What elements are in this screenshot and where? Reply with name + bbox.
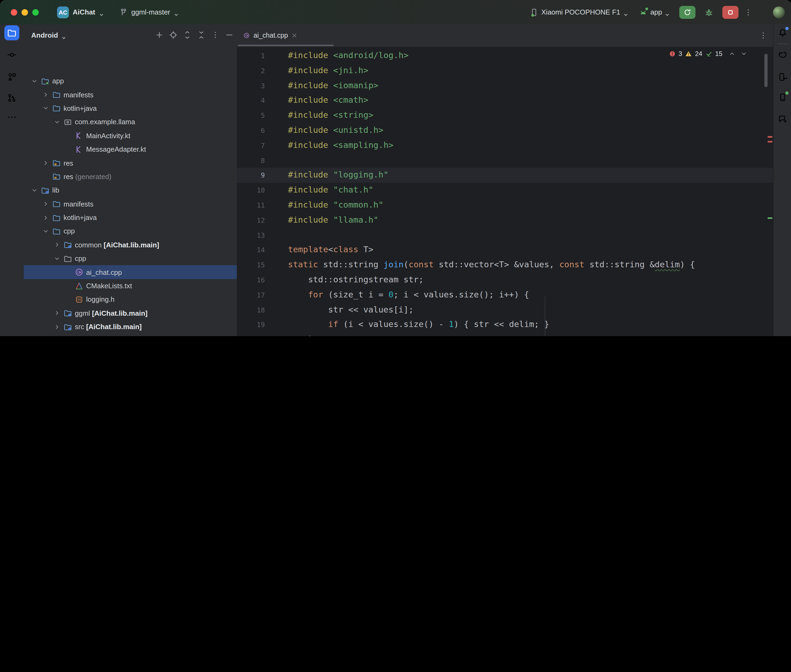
project-add-icon[interactable] bbox=[155, 30, 164, 39]
close-tab-icon[interactable] bbox=[292, 33, 297, 38]
line-number[interactable]: 20 bbox=[237, 332, 265, 336]
chevron-down-icon bbox=[99, 10, 104, 14]
tree-item-res[interactable]: res (generated) bbox=[24, 170, 237, 183]
line-number[interactable]: 13 bbox=[237, 228, 265, 243]
line-number[interactable]: 18 bbox=[237, 302, 265, 318]
tree-item-kotlin-java[interactable]: kotlin+java bbox=[24, 102, 237, 115]
tree-item-messageadapter-kt[interactable]: MessageAdapter.kt bbox=[24, 142, 237, 156]
line-number[interactable]: 11 bbox=[237, 198, 265, 213]
tree-item-com-example-llama[interactable]: com.example.llama bbox=[24, 115, 237, 129]
change-stripe-mark[interactable] bbox=[768, 217, 772, 219]
folder-mod-icon bbox=[64, 322, 72, 331]
tree-item-cmakelists-txt[interactable]: CMakeLists.txt bbox=[24, 279, 237, 293]
rail-gemini[interactable] bbox=[775, 111, 790, 126]
line-number[interactable]: 19 bbox=[237, 318, 265, 333]
rail-commit[interactable] bbox=[4, 47, 19, 62]
tree-item-lib[interactable]: lib bbox=[24, 183, 237, 197]
zoom-window-button[interactable] bbox=[32, 9, 39, 15]
rerun-icon bbox=[683, 8, 692, 16]
tree-item-src[interactable]: src [AiChat.lib.main] bbox=[24, 320, 237, 334]
stop-button[interactable] bbox=[722, 6, 738, 19]
prev-problem-icon[interactable] bbox=[729, 51, 735, 57]
error-stripe-mark[interactable] bbox=[768, 136, 772, 138]
line-number[interactable]: 7 bbox=[237, 138, 265, 153]
rail-resource-manager[interactable] bbox=[4, 69, 19, 85]
next-problem-icon[interactable] bbox=[741, 51, 747, 57]
line-number[interactable]: 10 bbox=[237, 183, 265, 198]
line-number[interactable]: 2 bbox=[237, 64, 265, 78]
editor[interactable]: C ai_chat.cpp 1#include <android/log.h>2… bbox=[237, 24, 773, 336]
inspections-widget[interactable]: 3 24 15 bbox=[669, 50, 747, 58]
tree-item-kotlin-java[interactable]: kotlin+java bbox=[24, 211, 237, 224]
rail-notifications[interactable] bbox=[775, 25, 790, 40]
editor-v-scrollbar[interactable] bbox=[764, 54, 768, 87]
gemini-icon bbox=[778, 114, 788, 124]
tree-item-label: manifests bbox=[64, 91, 93, 99]
rail-more[interactable] bbox=[4, 110, 19, 125]
tree-item-ai-chat-cpp[interactable]: Cai_chat.cpp bbox=[24, 266, 237, 279]
rail-pull-requests[interactable] bbox=[4, 90, 19, 106]
tree-item-cpp-httplib[interactable]: cpp-httplib [AiChat.lib.main] bbox=[24, 334, 237, 336]
rail-gradle[interactable] bbox=[775, 47, 790, 62]
line-number[interactable]: 5 bbox=[237, 108, 265, 123]
tree-item-common[interactable]: common [AiChat.lib.main] bbox=[24, 238, 237, 252]
line-number[interactable]: 16 bbox=[237, 273, 265, 288]
tree-item-cpp[interactable]: cpp bbox=[24, 224, 237, 238]
folder-app-icon bbox=[41, 77, 50, 85]
line-number[interactable]: 1 bbox=[237, 48, 265, 64]
tree-item-cpp[interactable]: cpp bbox=[24, 252, 237, 266]
minimize-window-button[interactable] bbox=[21, 9, 28, 15]
project-panel: Android appmanifestskotlin+javacom.examp… bbox=[24, 24, 237, 336]
project-name: AiChat bbox=[73, 8, 95, 16]
code-line: #include <android/log.h> bbox=[288, 48, 409, 64]
project-options-icon[interactable] bbox=[211, 30, 220, 39]
tree-item-manifests[interactable]: manifests bbox=[24, 88, 237, 102]
vcs-branch-widget[interactable]: ggml-master bbox=[119, 8, 179, 16]
error-stripe-mark[interactable] bbox=[768, 141, 772, 142]
line-number[interactable]: 15 bbox=[237, 258, 265, 273]
tree-item-label: res (generated) bbox=[64, 173, 111, 181]
line-number[interactable]: 4 bbox=[237, 93, 265, 108]
rail-device-manager[interactable] bbox=[775, 69, 790, 85]
tree-item-manifests[interactable]: manifests bbox=[24, 197, 237, 211]
line-number[interactable]: 8 bbox=[237, 153, 265, 168]
tree-item-logging-h[interactable]: Hlogging.h bbox=[24, 293, 237, 307]
tree-chevron bbox=[53, 242, 61, 248]
tree-item-ggml[interactable]: ggml [AiChat.lib.main] bbox=[24, 306, 237, 320]
device-selector[interactable]: Xiaomi POCOPHONE F1 bbox=[529, 8, 628, 16]
more-actions-icon[interactable] bbox=[744, 8, 752, 16]
rerun-button[interactable] bbox=[679, 6, 695, 19]
project-collapse-all-icon[interactable] bbox=[197, 30, 205, 39]
debug-button[interactable] bbox=[701, 6, 717, 19]
project-hide-icon[interactable] bbox=[225, 30, 234, 39]
avatar[interactable] bbox=[773, 6, 785, 18]
tree-item-res[interactable]: res bbox=[24, 156, 237, 170]
close-window-button[interactable] bbox=[11, 9, 17, 15]
line-number[interactable]: 17 bbox=[237, 288, 265, 303]
code-line: } bbox=[288, 332, 313, 336]
project-view-selector[interactable]: Android bbox=[31, 31, 58, 39]
editor-tab-bar: C ai_chat.cpp bbox=[237, 24, 773, 47]
project-locate-icon[interactable] bbox=[169, 30, 178, 39]
tab-ai_chat-cpp[interactable]: C ai_chat.cpp bbox=[237, 24, 303, 47]
project-widget[interactable]: AC AiChat bbox=[57, 6, 104, 18]
project-expand-all-icon[interactable] bbox=[183, 30, 192, 39]
line-number[interactable]: 3 bbox=[237, 78, 265, 93]
rail-running-devices[interactable] bbox=[775, 90, 790, 105]
line-number[interactable]: 6 bbox=[237, 123, 265, 138]
tree-chevron bbox=[42, 214, 50, 221]
line-number[interactable]: 14 bbox=[237, 243, 265, 258]
editor-h-scrollbar[interactable] bbox=[238, 45, 334, 46]
line-number[interactable]: 9 bbox=[237, 168, 265, 183]
run-config-selector[interactable]: app bbox=[639, 8, 670, 16]
chev-r-icon bbox=[54, 323, 60, 330]
code-line: std::ostringstream str; bbox=[288, 273, 424, 288]
tree-item-label: res bbox=[64, 159, 73, 167]
line-number[interactable]: 12 bbox=[237, 213, 265, 228]
error-icon bbox=[669, 51, 675, 57]
tree-item-mainactivity-kt[interactable]: MainActivity.kt bbox=[24, 129, 237, 142]
tree-item-app[interactable]: app bbox=[24, 74, 237, 88]
editor-options-icon[interactable] bbox=[759, 31, 768, 40]
chevron-down-icon bbox=[624, 10, 629, 14]
rail-project-folder[interactable] bbox=[4, 25, 19, 40]
